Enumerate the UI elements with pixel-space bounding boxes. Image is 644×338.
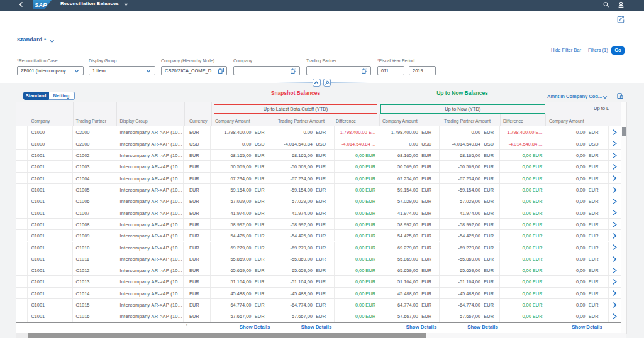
svg-text:SAP: SAP bbox=[35, 1, 47, 8]
